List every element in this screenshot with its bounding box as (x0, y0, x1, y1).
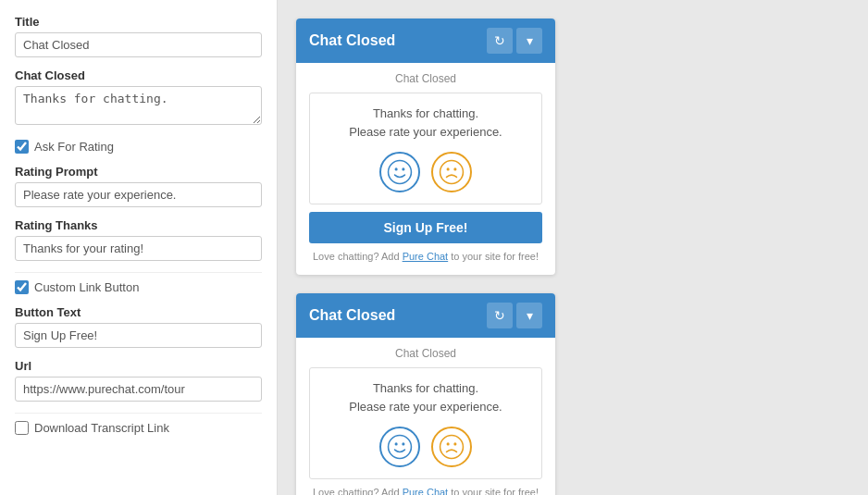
card-1-title: Chat Closed (309, 32, 487, 49)
card-2-header: Chat Closed ↻ ▾ (296, 293, 555, 338)
ask-for-rating-checkbox[interactable] (15, 140, 29, 154)
card-1-emoji-row (319, 152, 532, 192)
svg-point-7 (395, 442, 398, 445)
custom-link-row: Custom Link Button (15, 280, 262, 294)
card-1-footer-suffix: to your site for free! (448, 251, 539, 262)
custom-link-sub-section: Button Text Url (15, 305, 262, 402)
card-1-thanks-line1: Thanks for chatting. (373, 106, 478, 120)
signup-button-1[interactable]: Sign Up Free! (309, 212, 542, 243)
svg-point-0 (389, 161, 412, 184)
rating-thanks-field-group: Rating Thanks (15, 218, 262, 261)
url-field-group: Url (15, 359, 262, 402)
refresh-button-1[interactable]: ↻ (487, 28, 513, 54)
ask-for-rating-label: Ask For Rating (34, 140, 114, 154)
refresh-button-2[interactable]: ↻ (487, 303, 513, 328)
rating-thanks-input[interactable] (15, 236, 262, 261)
card-2-emoji-row (319, 427, 532, 467)
sad-emoji-2[interactable] (431, 427, 472, 467)
card-1-body: Chat Closed Thanks for chatting. Please … (296, 63, 555, 275)
happy-emoji-1[interactable] (379, 152, 420, 192)
svg-point-11 (453, 442, 456, 445)
title-input[interactable] (15, 32, 262, 57)
card-1-footer-link[interactable]: Pure Chat (403, 251, 449, 262)
custom-link-checkbox[interactable] (15, 280, 29, 294)
svg-point-3 (440, 161, 464, 184)
card-2-footer: Love chatting? Add Pure Chat to your sit… (309, 487, 542, 495)
download-transcript-label: Download Transcript Link (34, 421, 169, 435)
title-label: Title (15, 15, 262, 29)
download-transcript-checkbox[interactable] (15, 421, 29, 435)
card-2-body: Chat Closed Thanks for chatting. Please … (296, 338, 555, 495)
rating-thanks-label: Rating Thanks (15, 218, 262, 232)
card-1-thanks-line2: Please rate your experience. (349, 125, 502, 139)
download-transcript-row: Download Transcript Link (15, 421, 262, 435)
chevron-button-1[interactable]: ▾ (516, 28, 542, 54)
chat-card-1: Chat Closed ↻ ▾ Chat Closed Thanks for c… (296, 19, 555, 275)
ask-for-rating-row: Ask For Rating (15, 140, 262, 154)
svg-point-5 (453, 167, 456, 170)
card-2-inner-box: Thanks for chatting. Please rate your ex… (309, 367, 542, 479)
divider-2 (15, 413, 262, 414)
card-1-footer-text: Love chatting? Add (313, 251, 403, 262)
chat-closed-input[interactable] (15, 86, 262, 125)
rating-sub-section: Rating Prompt Rating Thanks (15, 165, 262, 261)
chat-closed-label: Chat Closed (15, 68, 262, 82)
card-2-title: Chat Closed (309, 307, 487, 324)
rating-prompt-field-group: Rating Prompt (15, 165, 262, 207)
card-2-footer-suffix: to your site for free! (448, 487, 539, 495)
title-field-group: Title (15, 15, 262, 57)
url-input[interactable] (15, 377, 262, 402)
rating-prompt-input[interactable] (15, 182, 262, 207)
card-2-footer-link[interactable]: Pure Chat (403, 487, 449, 495)
svg-point-6 (389, 436, 412, 459)
svg-point-10 (447, 442, 450, 445)
sad-emoji-1[interactable] (431, 152, 472, 192)
svg-point-4 (447, 167, 450, 170)
card-1-icons: ↻ ▾ (487, 28, 542, 54)
card-1-thanks: Thanks for chatting. Please rate your ex… (319, 105, 532, 141)
button-text-field-group: Button Text (15, 305, 262, 348)
settings-panel: Title Chat Closed Ask For Rating Rating … (0, 0, 278, 495)
svg-point-9 (440, 436, 464, 459)
chevron-down-icon-2: ▾ (527, 308, 533, 323)
url-label: Url (15, 359, 262, 373)
rating-prompt-label: Rating Prompt (15, 165, 262, 179)
card-1-closed-label: Chat Closed (309, 72, 542, 85)
card-2-thanks: Thanks for chatting. Please rate your ex… (319, 379, 532, 415)
button-text-input[interactable] (15, 323, 262, 348)
chevron-down-icon-1: ▾ (527, 33, 533, 48)
card-2-closed-label: Chat Closed (309, 347, 542, 360)
svg-point-1 (395, 167, 398, 170)
chat-closed-field-group: Chat Closed (15, 68, 262, 129)
chat-card-2: Chat Closed ↻ ▾ Chat Closed Thanks for c… (296, 293, 555, 495)
custom-link-label: Custom Link Button (34, 280, 139, 294)
preview-panel: Chat Closed ↻ ▾ Chat Closed Thanks for c… (278, 0, 868, 495)
svg-point-2 (402, 167, 404, 170)
card-2-thanks-line2: Please rate your experience. (349, 400, 502, 414)
refresh-icon-2: ↻ (494, 308, 505, 323)
card-1-inner-box: Thanks for chatting. Please rate your ex… (309, 93, 542, 204)
card-1-header: Chat Closed ↻ ▾ (296, 19, 555, 63)
card-2-icons: ↻ ▾ (487, 303, 542, 328)
chevron-button-2[interactable]: ▾ (516, 303, 542, 328)
button-text-label: Button Text (15, 305, 262, 319)
card-1-footer: Love chatting? Add Pure Chat to your sit… (309, 251, 542, 262)
happy-emoji-2[interactable] (379, 427, 420, 467)
svg-point-8 (402, 442, 404, 445)
card-2-footer-text: Love chatting? Add (313, 487, 403, 495)
divider-1 (15, 272, 262, 273)
refresh-icon-1: ↻ (494, 33, 505, 48)
card-2-thanks-line1: Thanks for chatting. (373, 381, 478, 395)
